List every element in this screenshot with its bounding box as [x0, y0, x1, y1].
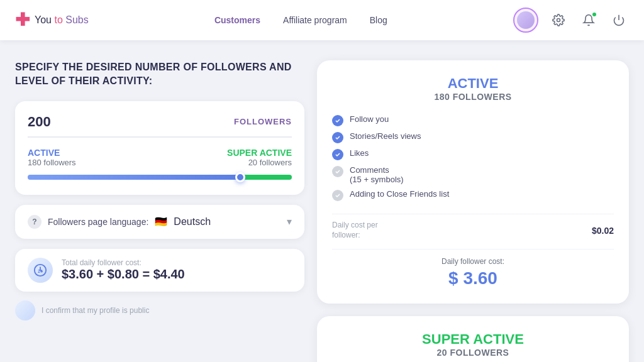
active-daily-cost: Daily follower cost: $ 3.60 — [332, 249, 614, 288]
check-icon-disabled — [332, 166, 343, 177]
nav-blog[interactable]: Blog — [370, 15, 387, 25]
section-title: SPECIFY THE DESIRED NUMBER OF FOLLOWERS … — [15, 60, 304, 89]
active-card-title: ACTIVE — [332, 75, 614, 92]
language-text: Followers page language: — [48, 217, 148, 227]
follower-number[interactable]: 200 — [28, 114, 51, 130]
svg-point-0 — [557, 19, 560, 22]
cost-per-label: Daily cost perfollower: — [332, 221, 378, 240]
language-card[interactable]: ? Followers page language: 🇩🇪 Deutsch ▾ — [15, 205, 304, 239]
avatar[interactable] — [513, 8, 538, 33]
header: ✚ You to Subs Customers Affiliate progra… — [0, 0, 644, 40]
active-count: 180 followers — [28, 158, 76, 167]
main-nav: Customers Affiliate program Blog — [214, 15, 387, 25]
header-icons — [513, 8, 629, 33]
confirm-text: I confirm that my profile is public — [42, 306, 149, 315]
language-name: Deutsch — [174, 216, 211, 228]
check-icon-disabled — [332, 190, 343, 201]
feature-follow-you: Follow you — [332, 112, 614, 129]
cost-card: 24 Total daily follower cost: $3.60 + $0… — [15, 249, 304, 292]
active-card-followers: 180 FOLLOWERS — [332, 92, 614, 102]
cost-label: Total daily follower cost: — [62, 258, 185, 267]
active-card: ACTIVE 180 FOLLOWERS Follow you Stories/… — [317, 60, 629, 304]
slider-fill-blue — [28, 175, 239, 180]
confirm-row: I confirm that my profile is public — [15, 300, 304, 321]
follower-input-card: 200 FOLLOWERS ACTIVE 180 followers SUPER… — [15, 101, 304, 195]
check-icon — [332, 132, 343, 143]
daily-label: Daily follower cost: — [332, 257, 614, 266]
feature-close-friends: Adding to Close Friends list — [332, 187, 614, 204]
main-content: SPECIFY THE DESIRED NUMBER OF FOLLOWERS … — [0, 40, 644, 362]
super-active-count: 20 followers — [227, 158, 292, 167]
cost-info: Total daily follower cost: $3.60 + $0.80… — [62, 258, 185, 282]
settings-icon[interactable] — [548, 10, 569, 30]
daily-value-active: $ 3.60 — [332, 268, 614, 288]
active-feature-list: Follow you Stories/Reels views Likes Com… — [332, 112, 614, 204]
feature-label: Likes — [350, 148, 369, 158]
nav-affiliate[interactable]: Affiliate program — [283, 15, 347, 25]
feature-stories: Stories/Reels views — [332, 129, 614, 146]
feature-label: Follow you — [350, 114, 389, 124]
activity-row: ACTIVE 180 followers SUPER ACTIVE 20 fol… — [28, 148, 292, 167]
cost-value: $3.60 + $0.80 = $4.40 — [62, 267, 185, 282]
active-cost-row: Daily cost perfollower: $0.02 — [332, 214, 614, 240]
super-active-title: SUPER ACTIVE — [227, 148, 292, 158]
pricing-cards: ACTIVE 180 FOLLOWERS Follow you Stories/… — [317, 60, 629, 362]
feature-likes: Likes — [332, 146, 614, 163]
feature-comments: Comments(15 + symbols) — [332, 163, 614, 187]
slider-track[interactable] — [28, 175, 292, 180]
check-icon — [332, 149, 343, 160]
flag-icon: 🇩🇪 — [155, 216, 167, 228]
slider-fill-green — [244, 175, 292, 180]
slider-thumb[interactable] — [235, 172, 245, 182]
super-active-card-title: SUPER ACTIVE — [332, 331, 614, 348]
cost-per-value: $0.02 — [592, 226, 614, 236]
chevron-down-icon[interactable]: ▾ — [287, 216, 292, 228]
active-activity: ACTIVE 180 followers — [28, 148, 76, 167]
avatar-image — [517, 11, 535, 29]
follower-input-row: 200 FOLLOWERS — [28, 114, 292, 138]
active-title: ACTIVE — [28, 148, 76, 158]
logo-text: You to Subs — [35, 14, 89, 26]
super-active-activity: SUPER ACTIVE 20 followers — [227, 148, 292, 167]
nav-customers[interactable]: Customers — [214, 15, 260, 25]
svg-text:24: 24 — [38, 268, 43, 273]
logo[interactable]: ✚ You to Subs — [15, 11, 89, 29]
left-panel: SPECIFY THE DESIRED NUMBER OF FOLLOWERS … — [15, 60, 304, 321]
followers-label: FOLLOWERS — [234, 117, 292, 126]
super-active-card-followers: 20 FOLLOWERS — [332, 348, 614, 358]
logo-plus-icon: ✚ — [15, 11, 30, 29]
notification-icon[interactable] — [579, 10, 599, 30]
cost-clock-icon: 24 — [28, 258, 53, 283]
feature-label: Adding to Close Friends list — [350, 189, 449, 199]
feature-label: Comments(15 + symbols) — [350, 165, 404, 184]
super-active-card: SUPER ACTIVE 20 FOLLOWERS Follow you Sto… — [317, 316, 629, 362]
power-icon[interactable] — [609, 10, 629, 30]
notification-badge — [591, 11, 597, 18]
check-icon — [332, 115, 343, 126]
confirm-icon — [15, 300, 35, 321]
feature-label: Stories/Reels views — [350, 131, 421, 141]
language-left: ? Followers page language: 🇩🇪 Deutsch — [28, 215, 211, 229]
help-icon[interactable]: ? — [28, 215, 42, 229]
